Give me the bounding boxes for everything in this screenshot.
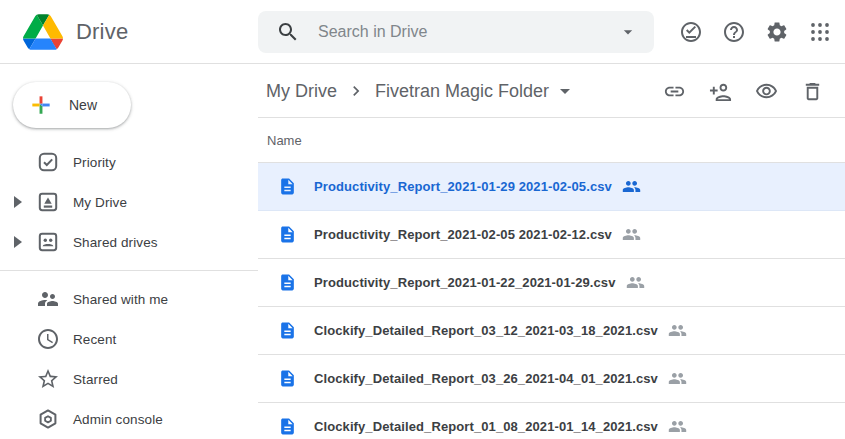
sidebar-item-label: Admin console (73, 412, 163, 427)
file-name: Clockify_Detailed_Report_03_12_2021-03_1… (314, 323, 658, 338)
sidebar-item-label: Starred (73, 372, 118, 387)
sidebar-item-label: Priority (73, 155, 116, 170)
drive-logo-icon (23, 14, 63, 50)
file-row[interactable]: Clockify_Detailed_Report_03_12_2021-03_1… (258, 307, 845, 355)
file-row[interactable]: Productivity_Report_2021-01-22_2021-01-2… (258, 259, 845, 307)
shared-people-icon (668, 321, 687, 340)
recent-clock-icon (36, 327, 60, 351)
file-row[interactable]: Productivity_Report_2021-01-29 2021-02-0… (258, 163, 845, 211)
file-name: Clockify_Detailed_Report_03_26_2021-04_0… (314, 371, 658, 386)
search-bar[interactable] (258, 11, 654, 53)
top-bar: Drive (0, 0, 845, 64)
expand-arrow-icon[interactable] (13, 196, 23, 208)
priority-icon (36, 150, 60, 174)
star-icon (36, 367, 60, 391)
offline-status-icon[interactable] (679, 20, 703, 44)
help-icon[interactable] (722, 20, 746, 44)
sidebar-item-recent[interactable]: Recent (0, 319, 258, 359)
share-person-add-icon[interactable] (709, 80, 732, 103)
sidebar-item-priority[interactable]: Priority (0, 142, 258, 182)
toolbar-actions (663, 80, 845, 103)
sidebar-item-label: My Drive (73, 195, 127, 210)
topbar-actions (679, 20, 845, 44)
file-row[interactable]: Productivity_Report_2021-02-05 2021-02-1… (258, 211, 845, 259)
sidebar-item-shared-with-me[interactable]: Shared with me (0, 279, 258, 319)
search-icon[interactable] (276, 20, 300, 44)
sidebar-item-label: Recent (73, 332, 116, 347)
file-name: Clockify_Detailed_Report_01_08_2021-01_1… (314, 419, 658, 434)
sidebar-item-label: Shared drives (73, 235, 158, 250)
new-button[interactable]: New (13, 82, 131, 128)
csv-file-icon (278, 321, 297, 340)
csv-file-icon (278, 417, 297, 436)
sidebar-item-label: Shared with me (73, 292, 168, 307)
breadcrumb-chevron-icon (346, 81, 366, 101)
sidebar-divider (0, 270, 258, 271)
shared-people-icon (668, 369, 687, 388)
shared-people-icon (622, 225, 641, 244)
shared-people-icon (626, 273, 645, 292)
main-content: My Drive Fivetran Magic Folder (258, 65, 845, 439)
shared-people-icon (668, 417, 687, 436)
file-name: Productivity_Report_2021-01-29 2021-02-0… (314, 179, 612, 194)
settings-gear-icon[interactable] (765, 20, 789, 44)
search-input[interactable] (318, 23, 618, 41)
file-row[interactable]: Clockify_Detailed_Report_03_26_2021-04_0… (258, 355, 845, 403)
search-options-caret-icon[interactable] (618, 22, 638, 42)
admin-console-icon (36, 407, 60, 431)
file-list: Productivity_Report_2021-01-29 2021-02-0… (258, 163, 845, 439)
breadcrumb-current-folder[interactable]: Fivetran Magic Folder (375, 79, 577, 103)
preview-eye-icon[interactable] (755, 80, 778, 103)
shared-people-icon (622, 177, 641, 196)
file-row[interactable]: Clockify_Detailed_Report_01_08_2021-01_1… (258, 403, 845, 439)
sidebar-item-admin-console[interactable]: Admin console (0, 399, 258, 439)
get-link-icon[interactable] (663, 80, 686, 103)
drive-home-link[interactable]: Drive (0, 14, 258, 50)
csv-file-icon (278, 273, 297, 292)
name-column-header[interactable]: Name (267, 133, 302, 148)
shared-drives-icon (36, 230, 60, 254)
shared-with-me-icon (36, 287, 60, 311)
folder-toolbar: My Drive Fivetran Magic Folder (258, 65, 845, 118)
folder-menu-caret-icon[interactable] (553, 79, 577, 103)
new-button-label: New (69, 97, 97, 113)
sidebar-item-shared-drives[interactable]: Shared drives (0, 222, 258, 262)
my-drive-icon (36, 190, 60, 214)
expand-arrow-icon[interactable] (13, 236, 23, 248)
new-plus-icon (28, 92, 54, 118)
app-name: Drive (76, 19, 128, 45)
current-folder-name[interactable]: Fivetran Magic Folder (375, 81, 549, 102)
sidebar-menu: Priority My Drive (0, 142, 258, 439)
csv-file-icon (278, 225, 297, 244)
sidebar-item-my-drive[interactable]: My Drive (0, 182, 258, 222)
apps-grid-icon[interactable] (808, 20, 832, 44)
sidebar: New Priority My Drive (0, 65, 258, 439)
list-header[interactable]: Name (258, 118, 845, 163)
breadcrumb-my-drive[interactable]: My Drive (266, 81, 337, 102)
sidebar-item-starred[interactable]: Starred (0, 359, 258, 399)
csv-file-icon (278, 369, 297, 388)
csv-file-icon (278, 177, 297, 196)
file-name: Productivity_Report_2021-01-22_2021-01-2… (314, 275, 616, 290)
file-name: Productivity_Report_2021-02-05 2021-02-1… (314, 227, 612, 242)
delete-trash-icon[interactable] (801, 80, 824, 103)
